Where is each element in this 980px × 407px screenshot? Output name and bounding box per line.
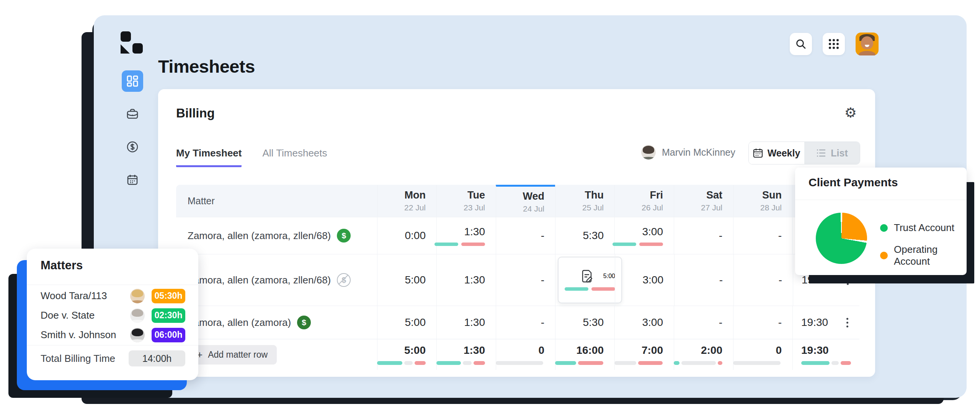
logo-triangle xyxy=(121,44,130,54)
time-cell[interactable]: 3:00 xyxy=(614,217,674,254)
day-header-sun[interactable]: Sun28 Jul xyxy=(733,185,792,217)
toggle-weekly-label: Weekly xyxy=(768,148,800,159)
time-cell[interactable]: - xyxy=(674,254,733,306)
sidebar-item-matters[interactable] xyxy=(122,103,143,125)
tab-my-timesheet[interactable]: My Timesheet xyxy=(176,147,242,167)
day-total-cell: 5:00 xyxy=(377,339,436,370)
day-total-cell: 0 xyxy=(496,339,555,370)
row-menu-kebab-icon[interactable] xyxy=(844,316,851,330)
time-cell[interactable]: - xyxy=(733,306,792,339)
settings-gear-icon[interactable]: ⚙ xyxy=(844,106,857,120)
table-header-row: Matter Mon22 Jul Tue23 Jul Wed24 Jul Thu… xyxy=(176,185,859,217)
time-cell[interactable]: 0:00 xyxy=(377,217,436,254)
day-total-bar xyxy=(733,361,782,365)
time-cell[interactable]: - xyxy=(674,217,733,254)
time-cell[interactable]: 1:30 xyxy=(436,306,496,339)
time-cell[interactable]: - xyxy=(496,306,555,339)
tab-all-timesheets[interactable]: All Timesheets xyxy=(262,147,327,167)
day-total-bar xyxy=(436,361,485,365)
matters-card-title: Matters xyxy=(41,259,83,272)
day-header-mon[interactable]: Mon22 Jul xyxy=(377,185,436,217)
day-header-thu[interactable]: Thu25 Jul xyxy=(555,185,614,217)
note-icon xyxy=(580,270,593,283)
sidebar-item-calendar[interactable] xyxy=(122,169,143,190)
screenshot-stage: { "page": { "title": "Timesheets" }, "bi… xyxy=(0,0,980,407)
legend-label: Trust Account xyxy=(894,222,954,234)
matter-avatar xyxy=(130,308,145,323)
time-cell-selected[interactable]: 5:00 xyxy=(555,254,615,306)
time-cell[interactable]: 1:30 xyxy=(436,254,496,306)
toggle-weekly[interactable]: Weekly xyxy=(749,142,804,164)
app-grid-icon xyxy=(828,39,839,49)
matter-name: Zamora, allen (zamora, zllen/68) xyxy=(188,274,331,286)
matter-name: Zamora, allen (zamora) xyxy=(188,317,291,329)
table-row: Zamora, allen (zamora) $ 5:00 1:30 - 5:3… xyxy=(176,306,859,339)
day-header-sat[interactable]: Sat27 Jul xyxy=(674,185,733,217)
search-button[interactable] xyxy=(790,33,812,55)
add-matter-row-button[interactable]: + Add matter row xyxy=(188,345,277,365)
table-row: Zamora, allen (zamora, zllen/68) $ 0:00 … xyxy=(176,217,859,254)
time-cell[interactable]: 5:00 xyxy=(377,306,436,339)
owner-avatar xyxy=(641,145,656,160)
hours-badge: 02:30h xyxy=(152,308,185,323)
legend-item: Operating Account xyxy=(880,244,967,267)
total-billing-label: Total Billing Time xyxy=(41,353,115,365)
table-row: Zamora, allen (zamora, zllen/68) $ 5:00 … xyxy=(176,254,859,306)
billable-icon: $ xyxy=(297,316,311,329)
matter-item-name: Smith v. Johnson xyxy=(41,329,130,341)
time-cell[interactable]: - xyxy=(496,254,555,306)
time-cell[interactable]: - xyxy=(733,217,792,254)
sidebar-item-billing[interactable] xyxy=(122,136,143,158)
row-menu-kebab-icon[interactable] xyxy=(844,273,851,287)
matter-avatar xyxy=(130,289,145,303)
matter-avatar xyxy=(130,328,145,342)
search-icon xyxy=(795,38,807,50)
legend-label: Operating Account xyxy=(894,244,967,267)
dollar-circle-icon xyxy=(126,141,139,153)
day-header-fri[interactable]: Fri26 Jul xyxy=(614,185,674,217)
day-header-tue[interactable]: Tue23 Jul xyxy=(436,185,496,217)
time-bars xyxy=(434,243,485,246)
billing-card-title: Billing xyxy=(176,106,215,120)
day-total-bar xyxy=(674,361,722,365)
day-total-bar xyxy=(555,361,604,365)
time-cell[interactable]: 1:30 xyxy=(436,217,496,254)
divider xyxy=(27,285,198,285)
dashboard-icon xyxy=(127,75,138,87)
sidebar-nav xyxy=(111,70,154,190)
day-total-bar xyxy=(614,361,663,365)
time-cell[interactable]: - xyxy=(496,217,555,254)
week-total-cell: 19:30 xyxy=(792,339,859,370)
calendar-small-icon xyxy=(753,148,763,158)
toggle-list-label: List xyxy=(831,148,848,159)
divider xyxy=(27,345,198,345)
time-cell[interactable]: 3:00 xyxy=(614,306,674,339)
list-icon xyxy=(816,148,826,158)
time-cell[interactable]: 5:30 xyxy=(555,306,614,339)
matters-list: Wood Tara/113 05:30h Doe v. State 02:30h… xyxy=(27,286,198,345)
timesheet-table: Matter Mon22 Jul Tue23 Jul Wed24 Jul Thu… xyxy=(176,185,859,370)
client-payments-card: Client Payments Trust Account Operating … xyxy=(795,168,967,275)
sidebar-item-dashboard[interactable] xyxy=(122,70,143,92)
owner-name: Marvin McKinney xyxy=(662,147,735,158)
toggle-list[interactable]: List xyxy=(804,142,860,164)
time-cell[interactable]: 5:00 xyxy=(377,254,436,306)
time-cell[interactable]: 5:30 xyxy=(555,217,614,254)
avatar-face xyxy=(861,36,873,49)
time-bars xyxy=(612,243,663,246)
app-grid-button[interactable] xyxy=(823,33,845,55)
time-cell[interactable]: - xyxy=(674,306,733,339)
selected-time-entry[interactable]: 5:00 xyxy=(558,257,622,303)
matter-item-name: Wood Tara/113 xyxy=(41,290,130,302)
hours-badge: 05:30h xyxy=(152,289,185,303)
timesheet-owner: Marvin McKinney xyxy=(641,145,735,160)
time-cell[interactable]: - xyxy=(733,254,793,306)
day-header-wed-active[interactable]: Wed24 Jul xyxy=(496,185,555,217)
legend-dot-trust xyxy=(880,224,888,232)
user-avatar[interactable] xyxy=(856,33,879,55)
calendar-icon xyxy=(126,174,139,186)
view-toggle: Weekly List xyxy=(748,142,860,164)
time-cell[interactable]: 3:00 xyxy=(615,254,674,306)
day-total-cell: 7:00 xyxy=(614,339,674,370)
total-billing-value: 14:00h xyxy=(129,350,185,366)
